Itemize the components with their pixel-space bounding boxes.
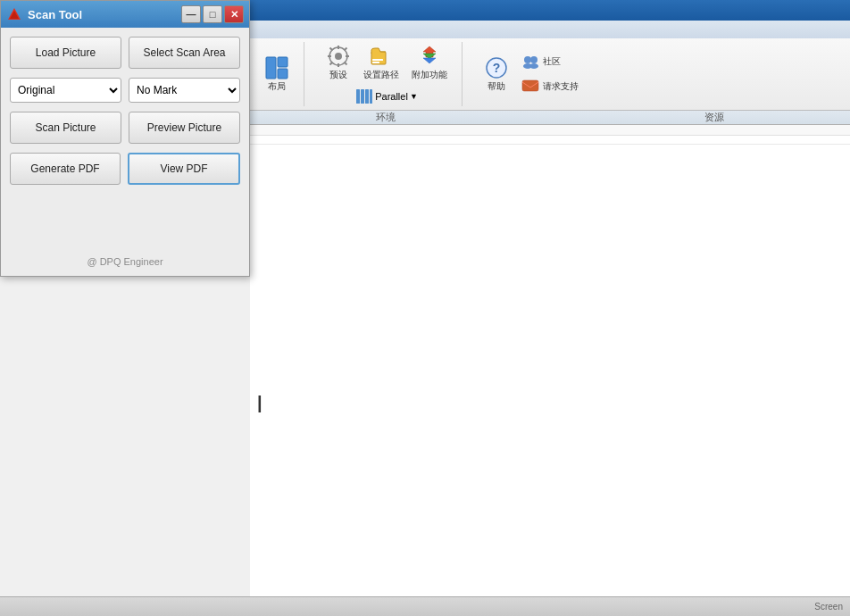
env-label: 环境 xyxy=(257,111,514,124)
ribbon-content: 布局 xyxy=(250,38,850,110)
select-scan-area-button[interactable]: Select Scan Area xyxy=(129,37,240,69)
add-feature-icon xyxy=(417,44,442,69)
svg-rect-1 xyxy=(278,57,288,67)
svg-rect-21 xyxy=(365,89,369,104)
layout-buttons: 布局 xyxy=(261,54,293,95)
row-pdf: Generate PDF View PDF xyxy=(10,153,240,185)
load-picture-button[interactable]: Load Picture xyxy=(10,37,121,69)
svg-rect-22 xyxy=(370,89,372,104)
window-body: Load Picture Select Scan Area Original G… xyxy=(1,28,249,276)
request-support-icon xyxy=(521,78,539,96)
ribbon-bottom-labels: 环境 资源 xyxy=(250,110,850,124)
help-btn[interactable]: ? 帮助 xyxy=(480,54,512,95)
parallel-row: Parallel ▼ xyxy=(352,87,421,106)
window-controls: — □ ✕ xyxy=(181,5,244,23)
window-titlebar[interactable]: Scan Tool — □ ✕ xyxy=(1,1,249,28)
layout-label: 布局 xyxy=(268,80,286,93)
app-icon xyxy=(6,6,22,22)
svg-line-9 xyxy=(330,48,333,51)
add-feature-btn[interactable]: 附加功能 xyxy=(408,42,451,83)
parallel-label: Parallel xyxy=(375,91,408,102)
text-cursor: | xyxy=(257,393,262,413)
preset-label: 预设 xyxy=(329,69,347,81)
svg-rect-20 xyxy=(361,89,364,104)
svg-text:?: ? xyxy=(493,61,501,75)
row-scan-preview: Scan Picture Preview Picture xyxy=(10,112,240,144)
preset-btn[interactable]: 预设 xyxy=(322,42,354,83)
row-load-scan: Load Picture Select Scan Area xyxy=(10,37,240,69)
content-top-strip xyxy=(250,125,850,136)
svg-rect-0 xyxy=(266,57,276,79)
no-mark-select[interactable]: No Mark Mark All Custom xyxy=(129,78,240,103)
svg-rect-19 xyxy=(356,89,360,104)
maximize-button[interactable]: □ xyxy=(203,5,222,23)
status-bar: Screen xyxy=(0,596,850,616)
original-select[interactable]: Original Grayscale Black & White xyxy=(10,78,121,103)
ribbon-top-bar xyxy=(250,0,850,21)
community-icon xyxy=(521,53,539,71)
ribbon-bar: 布局 xyxy=(250,0,850,125)
ribbon-section-settings: 预设 设置路径 xyxy=(319,42,462,106)
svg-point-4 xyxy=(335,53,342,60)
main-content-area: | xyxy=(250,125,850,616)
layout-icon xyxy=(264,55,289,80)
help-buttons: ? 帮助 xyxy=(480,51,582,97)
svg-line-10 xyxy=(345,62,347,65)
ribbon-section-layout: 布局 xyxy=(257,42,304,106)
svg-point-28 xyxy=(529,63,538,69)
request-support-label: 请求支持 xyxy=(543,80,579,93)
parallel-dropdown-icon: ▼ xyxy=(410,92,418,101)
svg-point-26 xyxy=(530,56,538,63)
layout-btn[interactable]: 布局 xyxy=(261,54,293,95)
request-support-btn[interactable]: 请求支持 xyxy=(518,76,582,97)
help-label: 帮助 xyxy=(488,80,505,93)
help-icon: ? xyxy=(484,55,509,80)
set-path-btn[interactable]: 设置路径 xyxy=(360,42,403,83)
content-second-strip xyxy=(250,136,850,145)
parallel-btn[interactable]: Parallel ▼ xyxy=(352,87,421,106)
settings-buttons: 预设 设置路径 xyxy=(322,42,451,83)
svg-rect-2 xyxy=(278,69,288,79)
window-title: Scan Tool xyxy=(28,8,181,21)
close-button[interactable]: ✕ xyxy=(224,5,244,23)
set-path-icon xyxy=(369,44,394,69)
community-support-group: 社区 请求支持 xyxy=(518,51,582,97)
ribbon-tabs xyxy=(250,21,850,38)
svg-line-12 xyxy=(330,62,333,65)
add-feature-label: 附加功能 xyxy=(412,69,447,81)
community-btn[interactable]: 社区 xyxy=(518,51,582,72)
svg-marker-18 xyxy=(423,58,436,63)
svg-point-25 xyxy=(524,56,531,63)
resources-label: 资源 xyxy=(586,111,843,124)
status-right-text: Screen xyxy=(814,602,843,612)
row-selects: Original Grayscale Black & White No Mark… xyxy=(10,78,240,103)
parallel-icon xyxy=(355,87,373,105)
preview-picture-button[interactable]: Preview Picture xyxy=(129,112,240,144)
scan-tool-window: Scan Tool — □ ✕ Load Picture Select Scan… xyxy=(0,0,250,277)
svg-rect-29 xyxy=(522,80,538,91)
footer-text: @ DPQ Engineer xyxy=(10,253,240,267)
ribbon-section-help: ? 帮助 xyxy=(477,42,593,106)
svg-rect-14 xyxy=(372,59,383,61)
preset-icon xyxy=(326,44,351,69)
svg-rect-15 xyxy=(372,62,379,63)
generate-pdf-button[interactable]: Generate PDF xyxy=(10,153,121,185)
svg-line-11 xyxy=(345,48,347,51)
view-pdf-button[interactable]: View PDF xyxy=(128,153,240,185)
community-label: 社区 xyxy=(543,55,561,68)
scan-picture-button[interactable]: Scan Picture xyxy=(10,112,121,144)
minimize-button[interactable]: — xyxy=(181,5,201,23)
set-path-label: 设置路径 xyxy=(363,69,399,81)
